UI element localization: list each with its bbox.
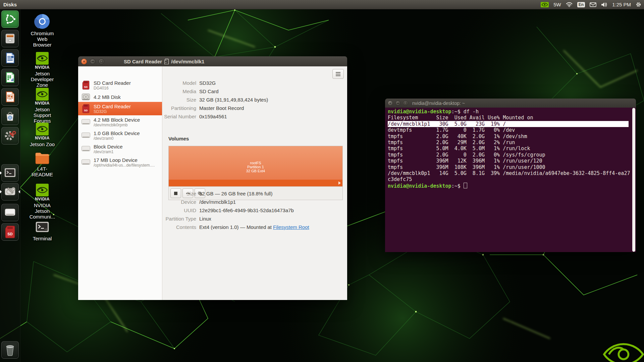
terminal-icon [26, 221, 58, 235]
hamburger-menu-button[interactable] [332, 69, 344, 79]
launcher-libreoffice-calc[interactable] [1, 69, 19, 86]
volume-detail-device: Device/dev/mmcblk1p1 [156, 199, 236, 205]
desktop: Disks 5W En 1:25 PM [0, 0, 644, 362]
sd-card-icon: SD [81, 104, 91, 114]
desktop-icon-nvidia-jetson-community[interactable]: NVIDIA NVIDIA Jetson Communi... [26, 184, 58, 220]
partition-block[interactable]: rootFS Partition 1 32 GB Ext4 [169, 146, 342, 180]
volume-icon[interactable] [601, 2, 607, 7]
terminal-line: tmpfs 2.0G 0 2.0G 0% /sys/fs/cgroup [388, 152, 630, 158]
minimize-button[interactable] [90, 59, 96, 64]
clock[interactable]: 1:25 PM [612, 2, 631, 7]
terminal-line: /dev/mmcblk0p1 14G 5.0G 8.1G 39% /media/… [388, 170, 630, 176]
window-title: SD Card Reader /dev/mmcblk1 [124, 59, 204, 64]
device-row[interactable]: SD SD Card ReaderDG4016 [78, 78, 162, 92]
desktop-icon-jetson-developer-zone[interactable]: NVIDIA Jetson Developer Zone [26, 52, 58, 88]
wifi-icon[interactable] [566, 2, 573, 7]
disks-titlebar[interactable]: × SD Card Reader /dev/mmcblk1 [78, 56, 347, 67]
desktop-icon-jetson-zoo[interactable]: NVIDIA Jetson Zoo [26, 123, 58, 147]
terminal-line: tmpfs 2.0G 40K 2.0G 1% /dev/shm [388, 133, 630, 139]
detail-row-media: MediaSD Card [156, 88, 219, 95]
launcher-trash[interactable] [1, 341, 19, 359]
terminal-line: c3defc75 [388, 176, 630, 182]
device-row[interactable]: Block Device/dev/zram1 [78, 142, 162, 156]
chromium-icon [26, 13, 58, 29]
maximize-button[interactable] [99, 59, 104, 64]
detail-row-partitioning: PartitioningMaster Boot Record [156, 105, 244, 112]
device-row-selected[interactable]: SD SD Card ReaderSD32G [78, 102, 162, 115]
drive-icon [81, 157, 91, 167]
launcher-terminal[interactable] [1, 164, 19, 182]
launcher-system-settings[interactable] [1, 127, 19, 144]
volume-detail-contents: Contents Ext4 (version 1.0) — Mounted at… [156, 224, 309, 231]
nvidia-eye-icon [36, 184, 49, 196]
keyboard-layout-indicator[interactable]: En [577, 2, 585, 7]
launcher-disks[interactable] [1, 183, 19, 200]
launcher-sd-card[interactable]: SD [1, 223, 19, 241]
sd-card-icon [164, 59, 169, 64]
terminal-line: tmpfs 396M 108K 396M 1% /run/user/1000 [388, 164, 630, 170]
volume-detail-size: Size32 GB — 26 GB free (18.8% full) [156, 190, 272, 197]
svg-text:SD: SD [7, 232, 12, 236]
desktop-icon-jetson-support-forums[interactable]: NVIDIA Jetson Support Forums [26, 88, 58, 124]
terminal-cursor [464, 183, 467, 188]
svg-text:SD: SD [84, 85, 88, 88]
nvidia-tray-icon[interactable] [541, 2, 549, 7]
device-list: SD SD Card ReaderDG4016 4.2 MB Disk SD S… [78, 66, 162, 300]
disks-body: SD SD Card ReaderDG4016 4.2 MB Disk SD S… [78, 66, 347, 300]
disks-window: × SD Card Reader /dev/mmcblk1 SD SD Card… [78, 56, 347, 300]
filesystem-root-link[interactable]: Filesystem Root [273, 224, 309, 230]
detail-row-serial: Serial Number0x159a4561 [156, 113, 227, 120]
volume-detail-uuid: UUID12e29bc1-6fe6-4949-9b31-52da16473a7b [156, 207, 294, 214]
terminal-line: /dev/mmcblk1p1 30G 5.0G 23G 19% / [388, 121, 629, 127]
terminal-line: devtmpfs 1.7G 0 1.7G 0% /dev [388, 127, 630, 133]
detail-row-model: ModelSD32G [156, 80, 216, 86]
launcher-libreoffice-impress[interactable] [1, 88, 19, 106]
terminal-line: tmpfs 2.0G 29M 2.0G 2% /run [388, 139, 630, 145]
close-button[interactable]: × [81, 59, 87, 64]
desktop-icon-l4t-readme[interactable]: L4T- README [26, 152, 58, 177]
folder-icon [26, 152, 58, 165]
device-row[interactable]: 1.0 GB Block Device/dev/zram0 [78, 129, 162, 142]
partition-block-labels: rootFS Partition 1 32 GB Ext4 [169, 161, 342, 173]
detail-row-size: Size32 GB (31,91,49,83,424 bytes) [156, 97, 268, 103]
launcher: SD [0, 9, 20, 362]
window-title: nvidia@nvidia-desktop: ~ [412, 101, 465, 106]
device-row[interactable]: 4.2 MB Block Device/dev/mmcblk0rpmb [78, 115, 162, 129]
maximize-button[interactable] [403, 101, 408, 106]
launcher-libreoffice-writer[interactable] [1, 49, 19, 67]
launcher-files[interactable] [1, 30, 19, 47]
volume-detail-partition-type: Partition TypeLinux [156, 216, 211, 222]
scrollbar[interactable] [632, 108, 635, 252]
hard-disk-icon [81, 92, 91, 102]
nvidia-eye-icon [36, 123, 49, 135]
terminal-window: × nvidia@nvidia-desktop: ~ nvidia@nvidia… [385, 99, 636, 252]
desktop-icon-terminal[interactable]: Terminal [26, 221, 58, 241]
terminal-line: tmpfs 5.0M 4.0K 5.0M 1% /run/lock [388, 145, 630, 152]
power-draw-indicator[interactable]: 5W [553, 2, 561, 7]
mail-icon[interactable] [590, 2, 596, 7]
minimize-button[interactable] [395, 101, 400, 106]
sd-card-icon: SD [81, 80, 91, 90]
svg-text:SD: SD [84, 109, 88, 112]
nvidia-eye-icon [36, 52, 49, 65]
session-gear-icon[interactable] [636, 2, 641, 7]
terminal-output: nvidia@nvidia-desktop:~$ df -hFilesystem… [388, 109, 630, 189]
nvidia-eye-icon [36, 88, 49, 101]
terminal-content[interactable]: nvidia@nvidia-desktop:~$ df -hFilesystem… [385, 108, 636, 252]
launcher-ubuntu-software[interactable] [1, 108, 19, 125]
terminal-line: Filesystem Size Used Avail Use% Mounted … [388, 115, 630, 121]
device-row[interactable]: 4.2 MB Disk [78, 92, 162, 102]
device-row[interactable]: 17 MB Loop Device/opt/nvidia/l4t-us...de… [78, 156, 162, 169]
launcher-drive[interactable] [1, 204, 19, 221]
active-app-menu[interactable]: Disks [3, 2, 17, 7]
expander-arrow-icon[interactable] [338, 181, 341, 185]
top-panel: Disks 5W En 1:25 PM [0, 0, 644, 9]
system-tray: 5W En 1:25 PM [541, 2, 641, 7]
terminal-titlebar[interactable]: × nvidia@nvidia-desktop: ~ [385, 99, 636, 108]
volumes-header: Volumes [168, 136, 189, 141]
partition-usage-strip [169, 180, 342, 186]
terminal-line: nvidia@nvidia-desktop:~$ df -h [388, 109, 630, 115]
launcher-ubuntu-dash[interactable] [1, 10, 19, 28]
desktop-icon-chromium[interactable]: Chromium Web Browser [26, 13, 58, 48]
close-button[interactable]: × [388, 101, 393, 106]
